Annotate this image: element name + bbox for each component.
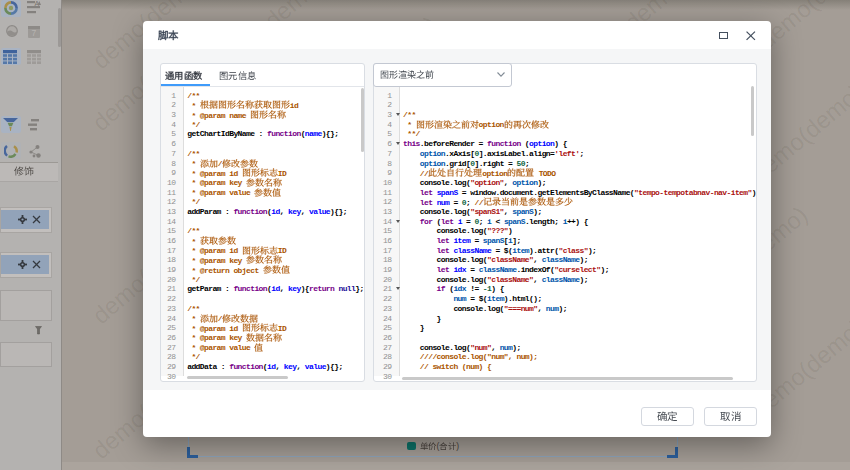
svg-text:7: 7 bbox=[32, 28, 37, 38]
